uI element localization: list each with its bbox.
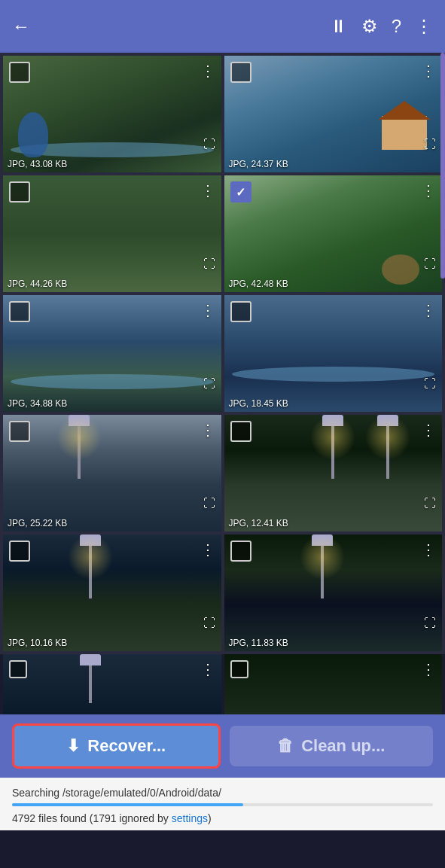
header: ← ⏸ ⚙ ? ⋮ bbox=[0, 0, 445, 53]
photo-menu-4[interactable]: ⋮ bbox=[421, 181, 436, 199]
photo-cell-9: ⋮ ⛶ JPG, 10.16 KB bbox=[3, 535, 221, 651]
expand-icon-6[interactable]: ⛶ bbox=[424, 377, 436, 391]
photo-menu-3[interactable]: ⋮ bbox=[200, 181, 215, 199]
recover-download-icon: ⬇ bbox=[66, 736, 80, 756]
back-button[interactable]: ← bbox=[12, 16, 30, 37]
photo-checkbox-1[interactable] bbox=[9, 62, 30, 83]
recover-label: Recover... bbox=[87, 736, 166, 756]
photo-thumbnail-6 bbox=[224, 295, 443, 412]
photo-info-1: JPG, 43.08 KB bbox=[8, 159, 67, 169]
settings-link[interactable]: settings bbox=[172, 812, 208, 824]
photo-menu-9[interactable]: ⋮ bbox=[200, 541, 215, 559]
photo-cell-4: ⋮ ⛶ JPG, 42.48 KB bbox=[224, 175, 443, 292]
count-suffix: ) bbox=[208, 812, 212, 824]
bottom-action-bar: ⬇ Recover... 🗑 Clean up... bbox=[0, 714, 445, 778]
help-button[interactable]: ? bbox=[392, 16, 401, 37]
photo-thumbnail-2 bbox=[224, 56, 443, 172]
photo-thumbnail-8 bbox=[224, 415, 443, 531]
pause-button[interactable]: ⏸ bbox=[330, 16, 348, 37]
photo-menu-1[interactable]: ⋮ bbox=[200, 62, 215, 80]
photo-checkbox-2[interactable] bbox=[230, 62, 251, 83]
photo-menu-7[interactable]: ⋮ bbox=[200, 421, 215, 439]
scroll-indicator[interactable] bbox=[440, 53, 445, 279]
expand-icon-8[interactable]: ⛶ bbox=[424, 497, 436, 510]
photo-cell-6: ⋮ ⛶ JPG, 18.45 KB bbox=[224, 295, 443, 412]
progress-bar bbox=[12, 803, 433, 806]
partial-cell-1: ⋮ bbox=[3, 654, 221, 714]
photo-thumbnail-1 bbox=[3, 56, 221, 172]
photo-checkbox-5[interactable] bbox=[9, 301, 30, 322]
partial-row: ⋮ ⋮ bbox=[0, 654, 445, 714]
photo-thumbnail-4 bbox=[224, 175, 443, 292]
photo-info-2: JPG, 24.37 KB bbox=[229, 159, 288, 169]
photo-cell-3: ⋮ ⛶ JPG, 44.26 KB bbox=[3, 175, 221, 292]
photo-cell-8: ⋮ ⛶ JPG, 12.41 KB bbox=[224, 415, 443, 531]
photo-checkbox-8[interactable] bbox=[230, 421, 251, 442]
photo-checkbox-6[interactable] bbox=[230, 301, 251, 322]
expand-icon-5[interactable]: ⛶ bbox=[203, 377, 215, 391]
photo-grid: ⋮ ⛶ JPG, 43.08 KB ⋮ ⛶ JPG, 24.37 KB ⋮ ⛶ … bbox=[0, 53, 445, 654]
photo-info-6: JPG, 18.45 KB bbox=[229, 398, 288, 409]
photo-cell-7: ⋮ ⛶ JPG, 25.22 KB bbox=[3, 415, 221, 531]
search-path: Searching /storage/emulated/0/Android/da… bbox=[12, 787, 433, 799]
expand-icon-2[interactable]: ⛶ bbox=[424, 138, 436, 151]
photo-cell-10: ⋮ ⛶ JPG, 11.83 KB bbox=[224, 535, 443, 651]
expand-icon-10[interactable]: ⛶ bbox=[424, 617, 436, 630]
photo-thumbnail-10 bbox=[224, 535, 443, 651]
photo-cell-2: ⋮ ⛶ JPG, 24.37 KB bbox=[224, 56, 443, 172]
expand-icon-7[interactable]: ⛶ bbox=[203, 497, 215, 510]
expand-icon-1[interactable]: ⛶ bbox=[203, 138, 215, 151]
photo-thumbnail-7 bbox=[3, 415, 221, 531]
header-right: ⏸ ⚙ ? ⋮ bbox=[330, 16, 433, 37]
expand-icon-9[interactable]: ⛶ bbox=[203, 617, 215, 630]
header-left: ← bbox=[12, 16, 30, 37]
photo-info-8: JPG, 12.41 KB bbox=[229, 518, 288, 528]
photo-checkbox-4[interactable] bbox=[230, 181, 251, 203]
photo-menu-5[interactable]: ⋮ bbox=[200, 301, 215, 319]
photo-checkbox-10[interactable] bbox=[230, 541, 251, 562]
cleanup-trash-icon: 🗑 bbox=[277, 736, 294, 756]
status-bar: Searching /storage/emulated/0/Android/da… bbox=[0, 778, 445, 830]
file-count: 4792 files found (1791 ignored by settin… bbox=[12, 812, 433, 824]
app-container: ← ⏸ ⚙ ? ⋮ ⋮ ⛶ JPG, 43.08 KB ⋮ ⛶ J bbox=[0, 0, 445, 830]
overflow-menu-button[interactable]: ⋮ bbox=[415, 16, 433, 37]
photo-thumbnail-9 bbox=[3, 535, 221, 651]
count-text: 4792 files found (1791 ignored by bbox=[12, 812, 172, 824]
partial-menu-1[interactable]: ⋮ bbox=[200, 660, 215, 678]
photo-cell-1: ⋮ ⛶ JPG, 43.08 KB bbox=[3, 56, 221, 172]
settings-button[interactable]: ⚙ bbox=[361, 16, 378, 37]
partial-cell-2: ⋮ bbox=[224, 654, 443, 714]
photo-checkbox-3[interactable] bbox=[9, 181, 30, 203]
recover-button[interactable]: ⬇ Recover... bbox=[12, 723, 221, 769]
photo-checkbox-9[interactable] bbox=[9, 541, 30, 562]
progress-fill bbox=[12, 803, 243, 806]
photo-menu-2[interactable]: ⋮ bbox=[421, 62, 436, 80]
photo-info-3: JPG, 44.26 KB bbox=[8, 279, 67, 289]
partial-menu-2[interactable]: ⋮ bbox=[421, 660, 436, 678]
cleanup-label: Clean up... bbox=[301, 736, 385, 756]
photo-info-5: JPG, 34.88 KB bbox=[8, 398, 67, 409]
photo-info-9: JPG, 10.16 KB bbox=[8, 638, 67, 648]
photo-cell-5: ⋮ ⛶ JPG, 34.88 KB bbox=[3, 295, 221, 412]
expand-icon-3[interactable]: ⛶ bbox=[203, 257, 215, 271]
photo-menu-8[interactable]: ⋮ bbox=[421, 421, 436, 439]
cleanup-button[interactable]: 🗑 Clean up... bbox=[230, 726, 434, 766]
photo-checkbox-7[interactable] bbox=[9, 421, 30, 442]
expand-icon-4[interactable]: ⛶ bbox=[424, 257, 436, 271]
photo-menu-10[interactable]: ⋮ bbox=[421, 541, 436, 559]
photo-info-10: JPG, 11.83 KB bbox=[229, 638, 288, 648]
photo-info-4: JPG, 42.48 KB bbox=[229, 279, 288, 289]
partial-checkbox-1[interactable] bbox=[9, 660, 27, 678]
photo-menu-6[interactable]: ⋮ bbox=[421, 301, 436, 319]
partial-checkbox-2[interactable] bbox=[230, 660, 248, 678]
photo-thumbnail-5 bbox=[3, 295, 221, 412]
photo-thumbnail-3 bbox=[3, 175, 221, 292]
photo-info-7: JPG, 25.22 KB bbox=[8, 518, 67, 528]
